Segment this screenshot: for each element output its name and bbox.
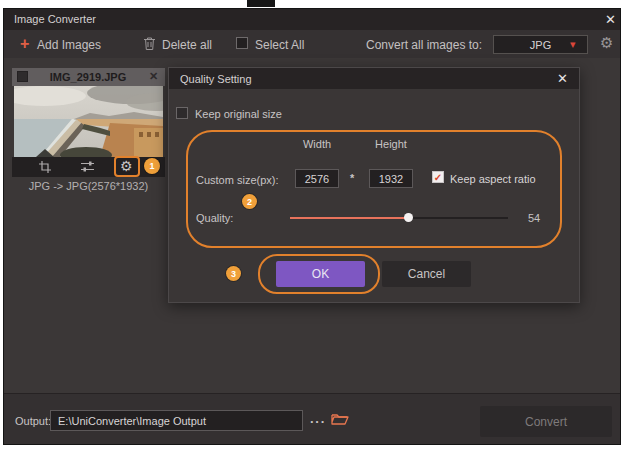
window-title: Image Converter <box>14 13 96 25</box>
quality-slider-fill <box>290 217 408 219</box>
dialog-close-icon[interactable]: ✕ <box>557 72 568 85</box>
screenshot-artifact <box>247 0 275 7</box>
delete-all-button[interactable]: Delete all <box>162 38 212 52</box>
add-images-plus-icon: + <box>20 36 29 52</box>
output-path-input[interactable] <box>50 410 303 431</box>
multiply-sign: * <box>350 172 354 184</box>
window-close-icon[interactable]: ✕ <box>605 13 616 26</box>
cancel-button[interactable]: Cancel <box>382 261 471 287</box>
add-images-button[interactable]: Add Images <box>37 38 101 52</box>
quality-label: Quality: <box>196 212 233 224</box>
quality-slider-thumb[interactable] <box>404 213 413 222</box>
width-column-label: Width <box>295 138 339 150</box>
thumbnail-photo <box>14 86 163 157</box>
dropdown-caret-icon: ▾ <box>570 39 576 50</box>
trash-icon <box>143 36 156 51</box>
height-input[interactable] <box>369 169 413 188</box>
settings-gear-icon[interactable]: ⚙ <box>600 35 613 51</box>
crop-icon[interactable] <box>39 161 51 173</box>
custom-size-label: Custom size(px): <box>196 174 279 186</box>
keep-original-size-checkbox[interactable] <box>176 107 188 119</box>
title-bar <box>4 9 620 30</box>
convert-all-label: Convert all images to: <box>366 38 482 52</box>
browse-ellipsis-button[interactable]: ··· <box>310 417 326 427</box>
annotation-badge-3: 3 <box>226 266 241 281</box>
thumbnail-caption: JPG -> JPG(2576*1932) <box>12 180 165 192</box>
keep-aspect-ratio-checkbox[interactable]: ✓ <box>432 171 444 183</box>
annotation-box-gear <box>114 156 140 177</box>
width-input[interactable] <box>295 169 339 188</box>
open-folder-icon[interactable] <box>331 412 349 426</box>
dialog-title: Quality Setting <box>180 73 252 85</box>
keep-aspect-ratio-label: Keep aspect ratio <box>450 173 536 185</box>
thumbnail-filename: IMG_2919.JPG <box>28 71 148 83</box>
thumbnail-checkbox[interactable] <box>17 71 28 82</box>
convert-button[interactable]: Convert <box>480 406 612 437</box>
thumbnail-close-icon[interactable]: ✕ <box>149 70 158 83</box>
adjust-sliders-icon[interactable] <box>81 161 94 173</box>
format-dropdown-value: JPG <box>530 39 551 51</box>
annotation-badge-1: 1 <box>144 158 160 174</box>
quality-value: 54 <box>528 212 540 224</box>
output-label: Output: <box>15 415 51 427</box>
select-all-label: Select All <box>255 38 304 52</box>
ok-button[interactable]: OK <box>276 261 365 287</box>
select-all-checkbox[interactable] <box>236 37 248 49</box>
keep-original-size-label: Keep original size <box>195 108 282 120</box>
screenshot-root: Image Converter ✕ + Add Images Delete al… <box>0 0 628 453</box>
annotation-badge-2: 2 <box>242 194 257 209</box>
height-column-label: Height <box>369 138 413 150</box>
